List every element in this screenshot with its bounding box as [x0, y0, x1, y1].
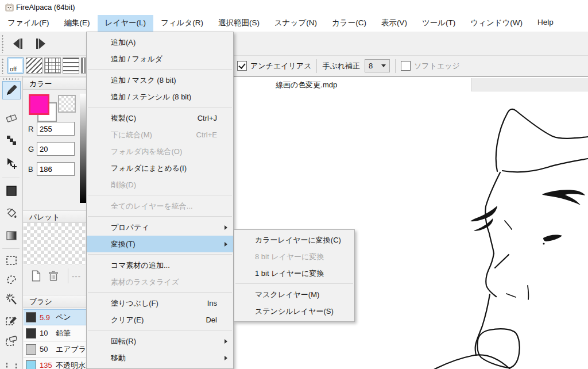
color-panel-header: カラー	[23, 77, 88, 90]
prev-frame-button[interactable]	[9, 36, 26, 51]
partial-tool-icon	[5, 363, 18, 369]
foreground-color-swatch[interactable]	[29, 94, 49, 115]
tone-diagonal-button[interactable]	[26, 57, 42, 74]
palette-grid[interactable]	[24, 223, 88, 265]
menubar-item-tool[interactable]: ツール(T)	[415, 15, 463, 32]
rect-select-tool[interactable]	[2, 251, 21, 270]
menubar-item-snap[interactable]: スナップ(N)	[267, 15, 324, 32]
toolbar-grip[interactable]	[1, 34, 4, 53]
menubar-item-color[interactable]: カラー(C)	[324, 15, 374, 32]
menubar-item-edit[interactable]: 編集(E)	[57, 15, 98, 32]
next-frame-button[interactable]	[32, 36, 49, 51]
transparent-color-swatch[interactable]	[58, 95, 76, 113]
r-input[interactable]	[37, 122, 75, 136]
shortcut-label: Del	[206, 312, 217, 328]
menu-item-convert[interactable]: 変換(T)	[87, 236, 233, 252]
menubar-item-select[interactable]: 選択範囲(S)	[211, 15, 267, 32]
value-slider[interactable]	[80, 94, 86, 203]
menu-item-merge-folder: フォルダ内を統合(O)	[87, 143, 233, 160]
select-eraser-tool[interactable]	[2, 332, 21, 350]
magic-wand-tool[interactable]	[2, 290, 21, 309]
gradient-icon	[5, 229, 18, 243]
b-input[interactable]	[37, 162, 75, 176]
bucket-tool[interactable]	[2, 204, 21, 222]
tab-bar-empty	[471, 78, 588, 91]
menu-item-add-stencil[interactable]: 追加 / ステンシル (8 bit)	[87, 89, 233, 105]
palette-footer: ---	[30, 268, 81, 283]
g-input[interactable]	[37, 142, 75, 156]
menubar-item-filter[interactable]: フィルタ(R)	[153, 15, 211, 32]
menu-item-rasterize-material: 素材のラスタライズ	[87, 274, 233, 290]
dot-icon	[5, 133, 18, 147]
softedge-checkbox[interactable]	[401, 61, 411, 71]
menubar-item-view[interactable]: 表示(V)	[374, 15, 415, 32]
stabilizer-dropdown[interactable]: 8	[365, 59, 390, 72]
brush-size: 10	[40, 329, 56, 337]
menu-item-duplicate[interactable]: 複製(C)Ctrl+J	[87, 110, 233, 126]
b-label: B	[28, 165, 33, 174]
submenu-item-convert-8bit: 8 bit レイヤーに変換	[234, 248, 354, 265]
toolbar-grip[interactable]	[1, 58, 4, 74]
tone-grid-button[interactable]	[44, 57, 61, 74]
tone-off-button[interactable]: off	[7, 57, 24, 74]
shortcut-label: Ctrl+E	[196, 126, 217, 143]
softedge-label: ソフトエッジ	[414, 61, 460, 71]
menu-item-frame-material[interactable]: コマ素材の追加...	[87, 257, 233, 274]
toolstrip-separator	[2, 178, 20, 178]
fill-rect-tool[interactable]	[2, 182, 21, 200]
brush-row-airbrush[interactable]: 50 エアブラシ	[24, 341, 88, 358]
new-palette-icon[interactable]	[30, 270, 42, 282]
menu-item-clear[interactable]: クリア(E)Del	[87, 312, 233, 328]
brush-size: 135	[40, 361, 56, 369]
submenu-item-mask-layer[interactable]: マスクレイヤー(M)	[234, 286, 354, 303]
shortcut-label: Ins	[207, 295, 217, 312]
antialias-checkbox[interactable]	[237, 61, 247, 71]
menu-item-properties[interactable]: プロパティ	[87, 219, 233, 236]
brush-row-pencil[interactable]: 10 鉛筆	[24, 325, 88, 341]
chevron-down-icon	[381, 64, 386, 67]
antialias-label: アンチエイリアス	[250, 61, 311, 71]
submenu-item-stencil-layer[interactable]: ステンシルレイヤー(S)	[234, 303, 354, 320]
pen-tool[interactable]	[2, 81, 21, 99]
menu-item-group-into-folder[interactable]: フォルダにまとめる(I)	[87, 160, 233, 176]
pen-icon	[5, 83, 18, 97]
menu-bar: ファイル(F) 編集(E) レイヤー(L) フィルタ(R) 選択範囲(S) スナ…	[0, 15, 588, 32]
menubar-item-layer[interactable]: レイヤー(L)	[98, 15, 153, 32]
tone-hlines-button[interactable]	[63, 57, 79, 74]
shortcut-label: Ctrl+J	[198, 110, 217, 126]
lasso-tool[interactable]	[2, 271, 21, 289]
dot-tool[interactable]	[2, 131, 21, 149]
eraser-tool[interactable]	[2, 109, 21, 127]
move-tool[interactable]	[2, 155, 21, 173]
gradient-tool[interactable]	[2, 226, 21, 245]
menu-separator	[88, 69, 232, 70]
toolbar-separator	[316, 59, 317, 73]
submenu-arrow-icon	[225, 356, 227, 360]
menubar-item-file[interactable]: ファイル(F)	[0, 15, 57, 32]
brush-row-pen[interactable]: 5.9 ペン	[24, 309, 88, 325]
menu-item-merge-down: 下に統合(M)Ctrl+E	[87, 126, 233, 143]
brush-swatch	[26, 360, 36, 369]
menu-item-move[interactable]: 移動	[87, 349, 233, 366]
menu-separator	[88, 195, 232, 195]
submenu-item-convert-color[interactable]: カラーレイヤーに変換(C)	[234, 232, 354, 248]
palette-panel-header: パレット	[23, 210, 88, 223]
submenu-item-convert-1bit[interactable]: 1 bit レイヤーに変換	[234, 265, 354, 282]
menubar-item-window[interactable]: ウィンドウ(W)	[463, 15, 530, 32]
tool-strip	[0, 76, 23, 369]
menu-item-add-mask[interactable]: 追加 / マスク (8 bit)	[87, 72, 233, 89]
menu-item-fill[interactable]: 塗りつぶし(F)Ins	[87, 295, 233, 312]
menu-item-add[interactable]: 追加(A)	[87, 34, 233, 51]
menu-item-rotate[interactable]: 回転(R)	[87, 333, 233, 349]
document-tab[interactable]: 線画の色変更.mdp	[276, 80, 337, 90]
menu-separator	[88, 216, 232, 217]
brush-panel-header: ブラシ	[23, 295, 88, 308]
select-pen-tool[interactable]	[2, 311, 21, 329]
toolstrip-grip[interactable]	[2, 78, 20, 80]
next-frame-icon	[32, 36, 49, 51]
delete-palette-icon[interactable]	[47, 270, 60, 282]
partial-tool[interactable]	[2, 363, 21, 369]
menu-item-add-folder[interactable]: 追加 / フォルダ	[87, 51, 233, 67]
brush-row-watercolor[interactable]: 135 不透明水彩	[24, 358, 88, 369]
menubar-item-help[interactable]: Help	[530, 15, 561, 30]
